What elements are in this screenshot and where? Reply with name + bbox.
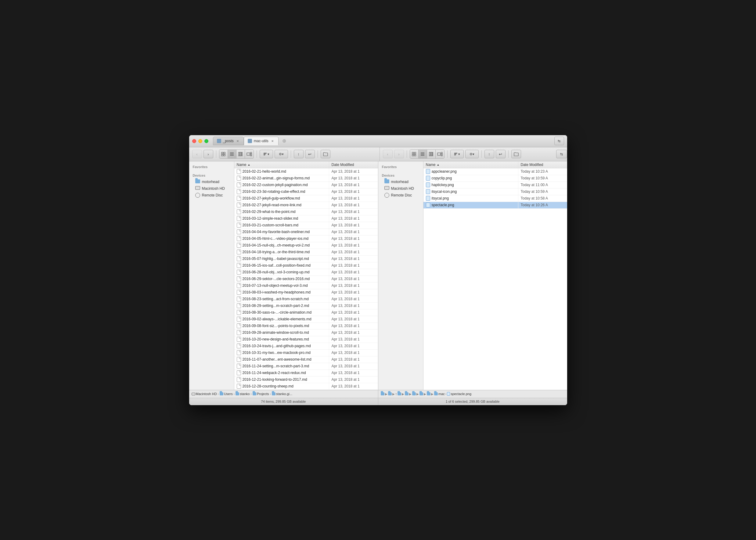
left-file-row[interactable]: 2016-03-21-custom-scroll-bars.md Apr 13,… [234,222,378,229]
left-file-list-header: Name ▲ Date Modified [234,161,378,168]
left-file-row[interactable]: 2016-09-28-animate-window-scroll-to.md A… [234,330,378,336]
left-file-row[interactable]: 2016-12-28-counting-sheep.md Apr 13, 201… [234,383,378,390]
arrange-button-left[interactable]: ▾ [260,150,273,158]
sidebar-item-motorhead-right[interactable]: motorhead [378,179,423,185]
right-file-name-cell: copyclip.png [424,175,518,182]
tab-mac-utils[interactable]: mac-utils ✕ [244,137,279,145]
view-cover-left[interactable] [245,150,254,158]
view-cover-right[interactable] [436,150,444,158]
share-button-left[interactable]: ↑ [294,150,304,158]
right-file-date: Today at 10:23 A [518,169,567,174]
newfolder-button-left[interactable] [320,150,330,158]
left-file-row[interactable]: 2016-09-08-font-siz...-points-to-pixels.… [234,323,378,330]
right-file-row[interactable]: haptickey.png Today at 11:00 A [424,182,567,189]
view-col-right[interactable] [427,150,436,158]
left-file-row[interactable]: 2016-02-27-jekyll-read-more-link.md Apr … [234,202,378,209]
right-name-col-header[interactable]: Name ▲ [424,161,518,168]
expand-button[interactable]: ⇆ [554,137,564,145]
left-file-row[interactable]: 2016-10-20-new-design-and-features.md Ap… [234,336,378,343]
action2-button-right[interactable]: ↩ [496,150,506,158]
share-button-right[interactable]: ↑ [484,150,494,158]
left-file-row[interactable]: 2016-04-15-null-obj...ch-meetup-vol-2.md… [234,242,378,249]
action2-button-left[interactable]: ↩ [305,150,315,158]
left-file-row[interactable]: 2016-02-23-3d-rotating-cube-effect.md Ap… [234,189,378,195]
left-file-row[interactable]: 2016-10-31-my-two...ew-macbook-pro.md Ap… [234,349,378,356]
left-file-row[interactable]: 2016-06-28-null-obj...vol-3-coming-up.md… [234,269,378,276]
left-file-row[interactable]: 2016-11-07-another...ent-awesome-list.md… [234,356,378,363]
left-file-row[interactable]: 2016-08-30-sass-ra-...-circle-animation.… [234,309,378,316]
left-file-row[interactable]: 2016-04-18-trying-a...or-the-third-time.… [234,249,378,256]
left-file-date: Apr 13, 2018 at 1 [329,250,378,254]
md-file-icon [237,317,241,322]
left-file-row[interactable]: 2016-08-23-setting...act-from-scratch.md… [234,296,378,303]
left-file-row[interactable]: 2016-02-27-jekyll-gulp-workflow.md Apr 1… [234,195,378,202]
svg-rect-7 [239,152,239,156]
close-button[interactable] [192,139,196,143]
left-file-row[interactable]: 2016-06-15-ios-saf...coll-position-fixed… [234,262,378,269]
left-name-col-header[interactable]: Name ▲ [234,161,329,168]
left-file-date: Apr 13, 2018 at 1 [329,263,378,268]
left-file-row[interactable]: 2016-09-02-always-...ickable-elements.md… [234,316,378,323]
left-date-col-header[interactable]: Date Modified [329,161,378,168]
sidebar-item-macintosh-left[interactable]: Macintosh HD [189,185,234,192]
tab-posts-close[interactable]: ✕ [235,139,240,143]
right-date-col-header[interactable]: Date Modified [518,161,567,168]
left-file-name-cell: 2016-02-27-jekyll-read-more-link.md [234,202,329,208]
left-file-row[interactable]: 2016-03-12-simple-react-slider.md Apr 13… [234,215,378,222]
left-file-row[interactable]: 2016-04-05-html-c...-video-player-ios.md… [234,235,378,242]
left-file-row[interactable]: 2016-07-13-null-object-meetup-vol-3.md A… [234,283,378,289]
md-file-icon [237,256,241,261]
left-file-row[interactable]: 2016-10-24-travis-j...and-github-pages.m… [234,343,378,349]
left-file-row[interactable]: 2016-02-22-animat...gin-signup-forms.md … [234,175,378,182]
back-button-right[interactable]: ‹ [383,150,393,158]
view-list-left[interactable] [228,150,236,158]
sidebar-item-motorhead-left[interactable]: motorhead [189,179,234,185]
svg-rect-30 [441,155,442,156]
right-file-name-text: appcleaner.png [432,169,457,174]
left-file-row[interactable]: 2016-12-21-looking-forward-to-2017.md Ap… [234,376,378,383]
right-file-row[interactable]: itsycal-icon.png Today at 10:59 A [424,189,567,195]
newfolder-button-right[interactable] [511,150,521,158]
right-file-row[interactable]: copyclip.png Today at 10:59 A [424,175,567,182]
forward-button-right[interactable]: › [394,150,404,158]
left-file-row[interactable]: 2016-08-03-i-washed-my-headphones.md Apr… [234,289,378,296]
view-grid-left[interactable] [219,150,228,158]
left-file-date: Apr 13, 2018 at 1 [329,243,378,247]
svg-rect-24 [429,152,430,156]
left-file-row[interactable]: 2016-05-07-highlig...-babel-javascript.m… [234,256,378,262]
png-file-icon [426,196,430,201]
left-file-row[interactable]: 2016-02-21-hello-world.md Apr 13, 2018 a… [234,168,378,175]
minimize-button[interactable] [198,139,202,143]
arrange-button-right[interactable]: ▾ [450,150,464,158]
right-file-name-text: spectacle.png [432,203,454,207]
view-grid-right[interactable] [410,150,419,158]
right-file-row[interactable]: itsycal.png Today at 10:58 A [424,195,567,202]
left-file-row[interactable]: 2016-02-22-custom-jekyll-pagination.md A… [234,182,378,189]
status-bar: 74 items, 299.85 GB available 1 of 6 sel… [189,398,567,405]
sidebar-item-macintosh-right[interactable]: Macintosh HD [378,185,423,192]
left-file-name-cell: 2016-12-28-counting-sheep.md [234,383,329,390]
md-file-icon [237,223,241,227]
tab-posts[interactable]: _posts ✕ [213,137,244,145]
tab-mac-utils-close[interactable]: ✕ [270,139,275,143]
dual-pane-toggle[interactable]: ⇆ [556,150,567,158]
bc-hd-icon: Macintosh HD [191,392,217,396]
left-file-row[interactable]: 2016-11-24-webpack-2-react-redux.md Apr … [234,370,378,376]
left-file-row[interactable]: 2016-04-04-my-favorite-bash-oneliner.md … [234,229,378,235]
action-button-right[interactable]: ⚙▾ [465,150,479,158]
sidebar-item-remotedisc-label-right: Remote Disc [391,193,412,198]
left-file-row[interactable]: 2016-02-29-what-is-the-point.md Apr 13, … [234,209,378,215]
right-file-row[interactable]: appcleaner.png Today at 10:23 A [424,168,567,175]
view-list-right[interactable] [419,150,427,158]
view-col-left[interactable] [236,150,245,158]
maximize-button[interactable] [204,139,208,143]
sidebar-item-remotedisc-right[interactable]: Remote Disc [378,192,423,199]
sidebar-item-remotedisc-left[interactable]: Remote Disc [189,192,234,199]
back-button-left[interactable]: ‹ [192,150,202,158]
left-file-row[interactable]: 2016-11-24-setting...m-scratch-part-3.md… [234,363,378,370]
left-file-row[interactable]: 2016-08-29-setting...m-scratch-part-2.md… [234,303,378,309]
forward-button-left[interactable]: › [203,150,213,158]
left-file-row[interactable]: 2016-06-29-sektor-...cle-sectors-2016.md… [234,276,378,283]
action-button-left[interactable]: ⚙▾ [275,150,288,158]
right-file-row[interactable]: spectacle.png Today at 10:26 A [424,202,567,209]
